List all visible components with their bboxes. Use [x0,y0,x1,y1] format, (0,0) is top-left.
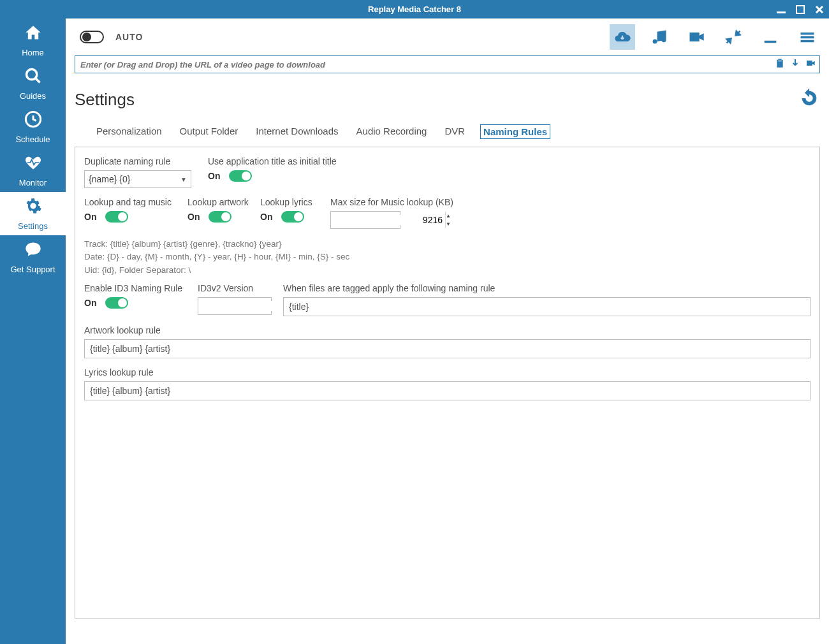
sidebar-item-label: Settings [18,221,48,231]
duplicate-rule-value: {name} {0} [89,174,130,184]
sidebar-item-label: Home [22,48,44,57]
lookup-artwork-label: Lookup artwork [187,197,251,207]
tab-audio-recording[interactable]: Audio Recording [354,124,430,139]
chevron-down-icon: ▼ [180,176,187,183]
use-app-title-label: Use application title as initial title [208,156,337,166]
cloud-download-icon[interactable] [610,24,635,50]
sidebar-item-label: Monitor [19,178,47,187]
tab-internet-downloads[interactable]: Internet Downloads [253,124,341,139]
on-label: On [260,212,272,222]
spin-down-icon[interactable]: ▼ [446,220,451,228]
lookup-tag-toggle[interactable] [105,211,128,223]
close-icon[interactable] [814,4,825,15]
lookup-tag-label: Lookup and tag music [84,197,179,207]
home-icon [24,24,42,45]
url-bar [75,55,820,73]
camera-icon[interactable] [805,58,816,71]
reset-icon[interactable] [798,87,820,112]
lyrics-rule-label: Lyrics lookup rule [84,367,811,377]
menu-icon[interactable] [795,24,820,50]
page-title: Settings [75,90,135,110]
tokens-hint: Track: {title} {album} {artist} {genre},… [84,238,811,277]
sidebar-item-home[interactable]: Home [0,18,66,62]
sidebar-item-settings[interactable]: Settings [0,192,66,235]
enable-id3-label: Enable ID3 Naming Rule [84,283,189,293]
duplicate-rule-select[interactable]: {name} {0} ▼ [84,170,191,188]
video-icon[interactable] [684,24,709,50]
settings-header: Settings [75,87,820,112]
minimize-icon[interactable] [775,4,787,15]
naming-rules-panel: Duplicate naming rule {name} {0} ▼ Use a… [75,147,820,618]
download-icon[interactable] [758,24,783,50]
tagged-rule-label: When files are tagged apply the followin… [283,283,811,293]
spin-up-icon[interactable]: ▲ [446,212,451,220]
sidebar-item-label: Guides [20,91,46,101]
svg-rect-0 [777,11,786,13]
sidebar-item-label: Schedule [15,135,50,144]
artwork-rule-input[interactable] [84,339,811,358]
on-label: On [208,171,220,181]
settings-tabs: Personalization Output Folder Internet D… [75,124,820,139]
chat-icon [24,240,42,262]
shrink-icon[interactable] [721,24,746,50]
max-size-input[interactable] [331,215,445,225]
artwork-rule-label: Artwork lookup rule [84,325,811,335]
sidebar-item-label: Get Support [10,265,55,274]
sidebar-item-support[interactable]: Get Support [0,235,66,279]
lookup-lyrics-toggle[interactable] [281,211,304,223]
tab-dvr[interactable]: DVR [442,124,467,139]
tagged-rule-input[interactable] [283,297,811,316]
lookup-lyrics-label: Lookup lyrics [260,197,321,207]
music-icon[interactable] [647,24,672,50]
max-size-stepper[interactable]: ▲▼ [330,211,400,229]
id3v2-stepper[interactable]: ▲▼ [198,297,272,315]
svg-point-2 [26,69,36,79]
title-bar: Replay Media Catcher 8 [0,0,829,18]
maximize-icon[interactable] [795,4,806,15]
on-label: On [84,298,96,308]
sidebar-item-schedule[interactable]: Schedule [0,105,66,149]
use-app-title-toggle[interactable] [229,170,252,182]
lyrics-rule-input[interactable] [84,381,811,400]
max-size-label: Max size for Music lookup (KB) [330,197,453,207]
sidebar-item-monitor[interactable]: Monitor [0,149,66,192]
auto-toggle[interactable] [80,31,104,43]
toolbar: AUTO [75,18,820,55]
paste-icon[interactable] [775,58,785,71]
lookup-artwork-toggle[interactable] [209,211,231,223]
sidebar-item-guides[interactable]: Guides [0,62,66,105]
tab-personalization[interactable]: Personalization [94,124,165,139]
on-label: On [187,212,200,222]
clock-icon [24,110,42,132]
heartbeat-icon [24,154,42,175]
auto-label: AUTO [115,32,143,42]
window-title: Replay Media Catcher 8 [368,4,461,14]
id3v2-label: ID3v2 Version [198,283,274,293]
main-area: AUTO Settings Personalization Output Fol… [66,18,829,644]
down-arrow-icon[interactable] [790,58,800,71]
enable-id3-toggle[interactable] [105,297,128,309]
tab-output-folder[interactable]: Output Folder [177,124,241,139]
on-label: On [84,212,96,222]
gear-icon [24,197,42,219]
url-input[interactable] [75,60,771,70]
search-icon [24,67,42,89]
duplicate-rule-label: Duplicate naming rule [84,156,199,166]
sidebar: Home Guides Schedule Monitor Settings Ge… [0,18,66,644]
svg-rect-1 [796,6,804,13]
tab-naming-rules[interactable]: Naming Rules [480,124,550,139]
